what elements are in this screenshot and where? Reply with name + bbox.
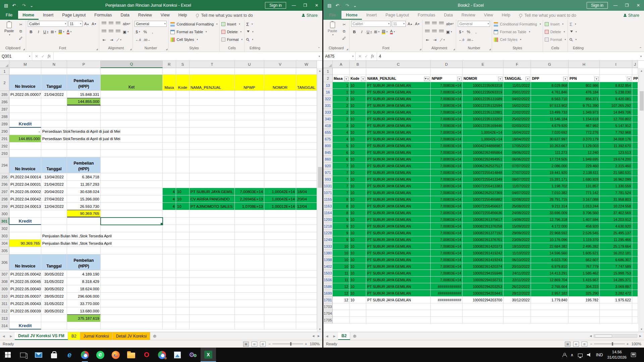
cell-A920[interactable]: 7	[333, 163, 350, 169]
share-button[interactable]: Share	[619, 11, 644, 20]
cell-R297[interactable]: 4	[163, 188, 176, 195]
cell-W296[interactable]	[296, 181, 317, 188]
paste-button[interactable]: Paste▾	[2, 21, 16, 36]
cell-D1200[interactable]: 7,00803E+14	[431, 216, 463, 223]
cell-C333[interactable]: PT SUBUR JAYA GEMILAN	[366, 109, 431, 116]
vertical-scrollbar[interactable]: ▲ ▼	[639, 68, 644, 332]
cell-P305[interactable]	[67, 247, 101, 254]
cell-C1704[interactable]	[366, 310, 431, 317]
cell-G993[interactable]: 15.281.171	[531, 176, 569, 183]
cell-F333[interactable]: 22/02/2022	[503, 109, 531, 116]
cell-F675[interactable]: 18/04/2022	[503, 136, 531, 142]
cell-T314[interactable]	[190, 322, 235, 329]
row-header-289[interactable]: 289	[0, 120, 9, 128]
decrease-font-icon[interactable]: A▼	[91, 21, 97, 27]
column-header-R[interactable]: R	[163, 61, 176, 68]
comma-style-icon[interactable]: ,	[149, 29, 156, 35]
cell-A800[interactable]: 5	[333, 142, 350, 149]
cell-R287[interactable]	[163, 106, 176, 113]
cell-E1704[interactable]	[463, 310, 503, 317]
cell-H1[interactable]	[569, 68, 600, 75]
cell-R286[interactable]	[163, 98, 176, 106]
cell-W306[interactable]	[296, 254, 317, 270]
cell-S291[interactable]	[176, 135, 190, 142]
cell-C1071[interactable]: PT SUBUR JAYA GEMILAN	[366, 189, 431, 196]
row-header-1031[interactable]: 1031	[323, 183, 333, 189]
cell-Q295[interactable]	[101, 173, 163, 181]
cell-C1705[interactable]	[366, 317, 431, 323]
cell-C1164[interactable]: PT SUBUR JAYA GEMILAN	[366, 209, 431, 216]
row-header-311[interactable]: 311	[0, 300, 9, 307]
cell-U301[interactable]	[235, 218, 264, 225]
cell-H322[interactable]: 856.371	[569, 96, 600, 102]
cell-J13[interactable]	[632, 82, 638, 89]
cell-F1703[interactable]	[503, 303, 531, 310]
cell-J2[interactable]: PPnBM	[632, 75, 639, 82]
cancel-icon[interactable]: ✕	[35, 54, 38, 59]
maximize-button[interactable]: ❐	[621, 0, 633, 11]
align-middle-icon[interactable]	[432, 21, 437, 25]
cell-V303[interactable]	[264, 232, 296, 240]
filter-dropdown-icon[interactable]: ▼	[457, 77, 462, 81]
cell-B1[interactable]	[350, 68, 366, 75]
cell-U298[interactable]: 2,26945E+13	[235, 195, 264, 203]
row-header-312[interactable]: 312	[0, 307, 9, 315]
cell-B1380[interactable]: 10	[350, 250, 366, 256]
column-header-T[interactable]: T	[190, 61, 235, 68]
cell-T289[interactable]	[190, 120, 235, 128]
cell-D1164[interactable]: 7,00803E+14	[431, 209, 463, 216]
cell-A971[interactable]: 7	[333, 169, 350, 176]
cell-Q313[interactable]	[101, 315, 163, 322]
cell-N289[interactable]	[41, 120, 67, 128]
cell-R306[interactable]	[163, 254, 176, 270]
cell-C655[interactable]: PT SUBUR JAYA GEMILAN	[366, 129, 431, 136]
column-header-S[interactable]: S	[176, 61, 190, 68]
row-header-800[interactable]: 800	[323, 142, 333, 149]
cell-N2[interactable]: Tanggal	[41, 75, 67, 91]
cell-V306[interactable]	[264, 254, 296, 270]
cell-Q311[interactable]	[101, 300, 163, 307]
cell-B1398[interactable]: 10	[350, 256, 366, 263]
cell-E340[interactable]: 100012235133202	[463, 116, 503, 122]
formula-input[interactable]: 4	[377, 52, 638, 60]
cell-D1380[interactable]: 7,00803E+14	[431, 250, 463, 256]
cell-M300[interactable]	[9, 210, 41, 218]
cell-J1398[interactable]	[632, 256, 638, 263]
cell-B1155[interactable]: 10	[350, 196, 366, 203]
underline-button[interactable]: U▾	[366, 29, 372, 35]
cell-R291[interactable]	[163, 135, 176, 142]
cell-P288[interactable]	[67, 113, 101, 120]
row-header-1071[interactable]: 1071	[323, 189, 333, 196]
cell-N294[interactable]: Tanggal	[41, 157, 67, 173]
cell-A845[interactable]: 6	[333, 149, 350, 156]
row-header-860[interactable]: 860	[323, 156, 333, 163]
row-header-1155[interactable]: 1155	[323, 196, 333, 203]
cell-J800[interactable]	[632, 142, 638, 149]
insert-cells-button[interactable]: Insert▾	[545, 21, 564, 27]
filter-dropdown-icon[interactable]: ▼	[563, 77, 568, 81]
cell-P307[interactable]: 4.189.190	[67, 270, 101, 278]
cell-N299[interactable]: 12/04/2022	[41, 203, 67, 210]
cell-N314[interactable]	[41, 322, 67, 329]
cell-P298[interactable]: 15.396.000	[67, 195, 101, 203]
cell-M295[interactable]: PI.2022.04.00014	[9, 173, 41, 181]
row-header-1218[interactable]: 1218	[323, 223, 333, 230]
cell-G1506[interactable]: 12.869.704	[531, 277, 569, 283]
cell-N310[interactable]: 28/05/2022	[41, 293, 67, 300]
cell-Q301[interactable]	[101, 218, 163, 225]
cell-A655[interactable]: 4	[333, 129, 350, 136]
cell-G1704[interactable]	[531, 310, 569, 317]
cell-C845[interactable]: PT SUBUR JAYA GEMILAN	[366, 149, 431, 156]
cell-W305[interactable]	[296, 247, 317, 254]
cell-A333[interactable]: 2	[333, 109, 350, 116]
cell-M291[interactable]: 144.855.000	[9, 135, 41, 142]
cell-B340[interactable]: 10	[350, 116, 366, 122]
cell-I1249[interactable]: 11.295.466	[600, 236, 632, 243]
cell-N312[interactable]: 30/05/2022	[41, 307, 67, 315]
cell-P296[interactable]: 11.357.293	[67, 181, 101, 188]
cell-R305[interactable]	[163, 247, 176, 254]
cell-V308[interactable]	[264, 278, 296, 285]
minimize-button[interactable]: —	[288, 0, 300, 11]
cell-I13[interactable]: 8.832.854	[600, 82, 632, 89]
enter-icon[interactable]: ✓	[365, 54, 368, 59]
